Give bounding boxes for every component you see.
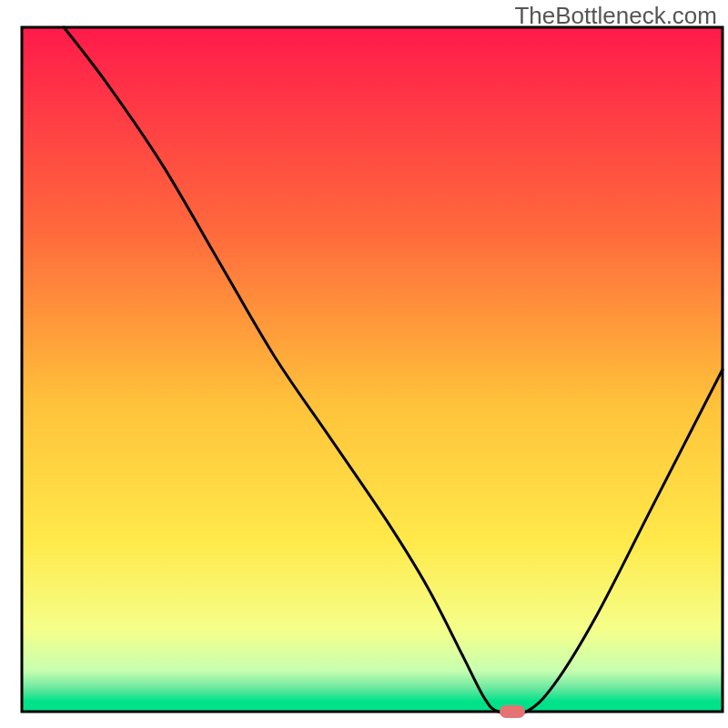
gradient-background — [22, 27, 723, 712]
optimal-marker — [500, 705, 525, 718]
watermark-text: TheBottleneck.com — [514, 2, 717, 30]
bottleneck-chart — [0, 0, 728, 728]
